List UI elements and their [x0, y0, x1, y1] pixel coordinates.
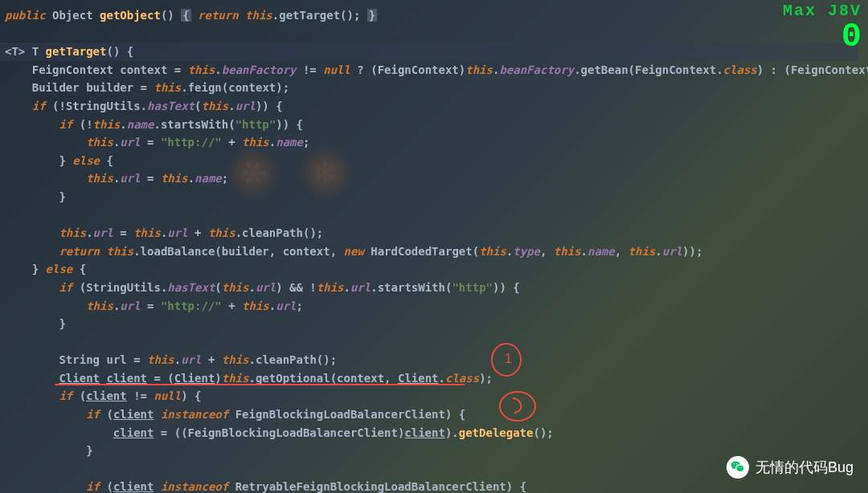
code-line-8: this.url = "http://" + this.name; — [5, 133, 863, 152]
annotation-underline — [55, 384, 465, 385]
code-line-9: } else { — [5, 152, 863, 170]
hud-overlay: Max J8V 0 — [783, 2, 862, 54]
code-line-18: } — [5, 315, 863, 333]
code-line-5: Builder builder = this.feign(context); — [5, 79, 863, 97]
svg-text:1: 1 — [505, 352, 512, 365]
code-line-14: return this.loadBalance(builder, context… — [5, 242, 863, 261]
wechat-icon — [727, 456, 749, 479]
code-line-16: if (StringUtils.hasText(this.url) && !th… — [5, 279, 863, 297]
code-line-7: if (!this.name.startsWith("http")) { — [5, 116, 863, 134]
watermark-text: 无情的代码Bug — [755, 458, 854, 477]
code-line-20: String url = this.url + this.cleanPath()… — [5, 351, 863, 369]
code-line-24: client = ((FeignBlockingLoadBalancerClie… — [5, 424, 863, 442]
code-line-3: <T> T getTarget() { — [0, 43, 858, 61]
svg-point-2 — [500, 392, 535, 421]
watermark: 无情的代码Bug — [727, 456, 854, 479]
code-line-6: if (!StringUtils.hasText(this.url)) { — [5, 97, 863, 116]
code-line-4: FeignContext context = this.beanFactory … — [5, 61, 863, 79]
code-line-11: } — [5, 188, 863, 206]
code-line-15: } else { — [5, 260, 863, 279]
code-line-22: if (client != null) { — [5, 387, 863, 405]
code-line-10: this.url = this.name; — [5, 169, 863, 188]
hud-label: Max J8V — [783, 2, 862, 20]
hud-value: 0 — [783, 20, 862, 54]
code-line-23: if (client instanceof FeignBlockingLoadB… — [5, 405, 863, 424]
code-line-27: if (client instanceof RetryableFeignBloc… — [5, 478, 863, 493]
annotation-circle-2 — [497, 389, 542, 424]
annotation-circle-1: 1 — [489, 340, 526, 377]
code-line-1: public Object getObject() { return this.… — [5, 6, 863, 25]
code-line-13: this.url = this.url + this.cleanPath(); — [5, 224, 863, 242]
code-editor[interactable]: public Object getObject() { return this.… — [0, 0, 868, 493]
code-line-17: this.url = "http://" + this.url; — [5, 297, 863, 316]
